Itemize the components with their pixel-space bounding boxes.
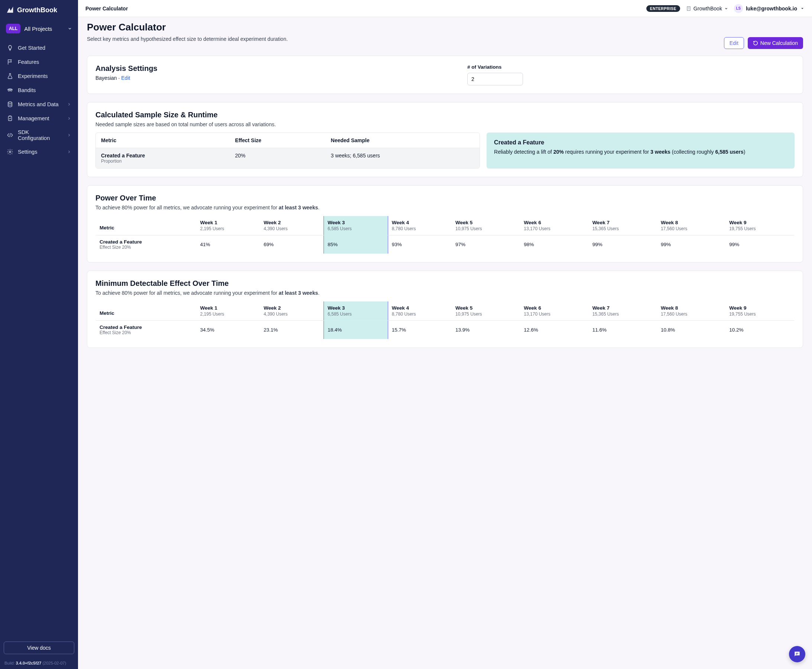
analysis-engine: Bayesian (96, 75, 117, 81)
cell-value: 10.8% (657, 321, 726, 340)
project-label: All Projects (24, 25, 64, 32)
svg-point-0 (8, 89, 10, 91)
cell-value: 41% (197, 235, 260, 254)
user-menu[interactable]: LS luke@growthbook.io (734, 4, 805, 13)
col-needed: Needed Sample (331, 137, 475, 143)
sidebar-item-label: Get Started (18, 45, 45, 51)
col-week: Week 24,390 Users (260, 301, 324, 321)
chat-fab[interactable] (789, 646, 805, 662)
col-week: Week 24,390 Users (260, 216, 324, 235)
cell-value: 15.7% (388, 321, 451, 340)
database-icon (7, 101, 13, 108)
col-metric: Metric (101, 137, 235, 143)
view-docs-button[interactable]: View docs (4, 642, 74, 654)
col-metric: Metric (96, 216, 197, 235)
analysis-heading: Analysis Settings (96, 64, 445, 73)
code-icon (7, 132, 13, 138)
sidebar-item-label: Experiments (18, 73, 48, 79)
sidebar-item-settings[interactable]: Settings (3, 145, 75, 159)
sample-size-card: Calculated Sample Size & Runtime Needed … (87, 102, 803, 177)
building-icon (686, 6, 691, 11)
bulb-icon (7, 45, 13, 51)
col-week: Week 817,560 Users (657, 216, 726, 235)
mde-table: MetricWeek 12,195 UsersWeek 24,390 Users… (96, 301, 795, 340)
table-row: Created a Feature Proportion 20% 3 weeks… (96, 148, 480, 168)
nav: Get StartedFeaturesExperimentsBanditsMet… (0, 39, 78, 637)
cell-value: 99% (726, 235, 794, 254)
sidebar-item-metrics-and-data[interactable]: Metrics and Data (3, 97, 75, 111)
cell-value: 99% (657, 235, 726, 254)
col-week: Week 12,195 Users (197, 216, 260, 235)
col-week: Week 12,195 Users (197, 301, 260, 321)
cell-value: 11.6% (589, 321, 657, 340)
row-metric: Created a FeatureEffect Size 20% (96, 235, 197, 254)
cell-value: 13.9% (451, 321, 520, 340)
sidebar-item-label: Features (18, 59, 39, 65)
sample-heading: Calculated Sample Size & Runtime (96, 111, 795, 119)
col-week: Week 36,585 Users (323, 216, 388, 235)
bandit-icon (7, 87, 13, 94)
svg-point-4 (9, 151, 11, 153)
sample-callout: Created a Feature Reliably detecting a l… (487, 133, 795, 168)
chevron-down-icon (800, 6, 805, 11)
col-effect: Effect Size (235, 137, 331, 143)
chevron-right-icon (67, 133, 71, 137)
cell-value: 12.6% (520, 321, 588, 340)
svg-rect-5 (687, 6, 690, 10)
cell-value: 69% (260, 235, 324, 254)
variations-input[interactable] (467, 73, 523, 86)
page-title: Power Calculator (87, 22, 724, 33)
sidebar-item-management[interactable]: Management (3, 111, 75, 126)
sample-table: Metric Effect Size Needed Sample Created… (96, 133, 480, 168)
cell-value: 99% (589, 235, 657, 254)
sidebar-item-label: SDK Configuration (18, 129, 62, 141)
cell-value: 34.5% (197, 321, 260, 340)
page-subtitle: Select key metrics and hypothesized effe… (87, 36, 724, 42)
mde-heading: Minimum Detectable Effect Over Time (96, 279, 795, 288)
col-week: Week 919,755 Users (726, 216, 794, 235)
gear-icon (7, 148, 13, 155)
breadcrumb: Power Calculator (86, 5, 128, 12)
col-metric: Metric (96, 301, 197, 321)
flask-icon (7, 73, 13, 79)
refresh-icon (753, 40, 758, 45)
sidebar-item-sdk-configuration[interactable]: SDK Configuration (3, 126, 75, 145)
sidebar-item-features[interactable]: Features (3, 55, 75, 69)
sidebar-item-get-started[interactable]: Get Started (3, 41, 75, 55)
sidebar-item-experiments[interactable]: Experiments (3, 69, 75, 83)
sidebar-item-label: Management (18, 116, 49, 121)
sidebar-item-label: Settings (18, 149, 37, 155)
user-email: luke@growthbook.io (746, 5, 797, 12)
row-metric: Created a FeatureEffect Size 20% (96, 321, 197, 340)
row-metric: Created a Feature (101, 153, 145, 158)
cell-value: 18.4% (323, 321, 388, 340)
chevron-down-icon (724, 7, 728, 10)
col-week: Week 48,780 Users (388, 216, 451, 235)
chat-icon (793, 651, 801, 658)
col-week: Week 48,780 Users (388, 301, 451, 321)
col-week: Week 613,170 Users (520, 216, 588, 235)
project-badge: ALL (6, 24, 20, 34)
cell-value: 85% (323, 235, 388, 254)
sample-sub: Needed sample sizes are based on total n… (96, 121, 795, 127)
col-week: Week 613,170 Users (520, 301, 588, 321)
project-switcher[interactable]: ALL All Projects (0, 21, 78, 39)
brand-logo[interactable]: GrowthBook (0, 0, 78, 21)
svg-point-1 (10, 89, 12, 91)
chevron-right-icon (67, 102, 71, 106)
new-calculation-button[interactable]: New Calculation (748, 37, 803, 49)
edit-button[interactable]: Edit (724, 37, 744, 49)
power-table: MetricWeek 12,195 UsersWeek 24,390 Users… (96, 216, 795, 254)
col-week: Week 36,585 Users (323, 301, 388, 321)
org-switcher[interactable]: GrowthBook (686, 5, 728, 12)
enterprise-badge: ENTERPRISE (646, 5, 680, 12)
sidebar-item-bandits[interactable]: Bandits (3, 83, 75, 97)
cell-value: 93% (388, 235, 451, 254)
chevron-right-icon (67, 150, 71, 154)
analysis-edit-link[interactable]: Edit (121, 75, 130, 81)
build-info: Build: 3.4.0+f2c5f27 (2025-02-07) (0, 659, 78, 669)
svg-point-2 (8, 102, 12, 104)
brand-name: GrowthBook (17, 6, 57, 14)
col-week: Week 715,365 Users (589, 301, 657, 321)
org-name: GrowthBook (694, 5, 722, 12)
